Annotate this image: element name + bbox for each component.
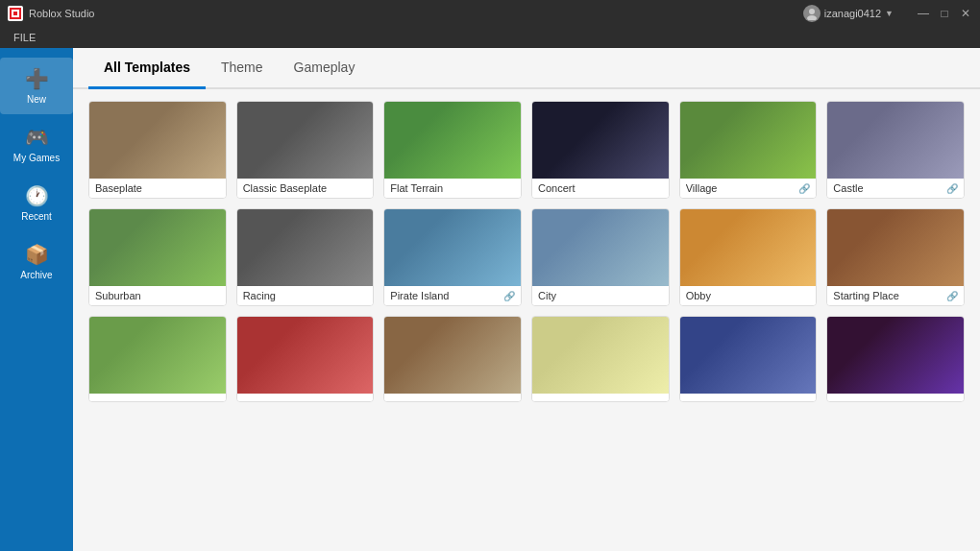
template-thumb-flat-terrain — [384, 102, 521, 179]
template-thumb-obby — [680, 209, 817, 286]
template-name-village: Village — [686, 182, 718, 194]
tab-gameplay[interactable]: Gameplay — [279, 48, 371, 89]
sidebar-item-my-games[interactable]: 🎮 My Games — [0, 116, 73, 173]
template-name-row-flat-terrain: Flat Terrain — [384, 179, 521, 198]
template-name-row-row3d — [532, 394, 669, 401]
template-name-row-row3c — [384, 394, 521, 401]
template-thumb-starting-place — [827, 209, 964, 286]
sidebar-item-new[interactable]: ➕ New — [0, 58, 73, 114]
template-name-row-city: City — [532, 286, 669, 305]
template-card-suburban[interactable]: Suburban — [88, 208, 227, 306]
template-card-row3b[interactable] — [236, 316, 375, 402]
template-name-row-obby: Obby — [680, 286, 817, 305]
template-thumb-row3c — [384, 317, 521, 394]
template-name-classic-baseplate: Classic Baseplate — [243, 182, 327, 194]
template-card-village[interactable]: Village🔗 — [679, 101, 818, 199]
template-thumb-row3b — [237, 317, 374, 394]
template-grid: BaseplateClassic BaseplateFlat TerrainCo… — [73, 89, 980, 551]
template-name-row-pirate-island: Pirate Island🔗 — [384, 286, 521, 305]
template-card-castle[interactable]: Castle🔗 — [826, 101, 965, 199]
content-area: All Templates Theme Gameplay BaseplateCl… — [73, 48, 980, 551]
username: izanagi0412 — [824, 8, 881, 19]
template-name-row-row3f — [827, 394, 964, 401]
template-name-row-castle: Castle🔗 — [827, 179, 964, 198]
template-thumb-village — [680, 102, 817, 179]
template-name-row-village: Village🔗 — [680, 179, 817, 198]
template-name-baseplate: Baseplate — [95, 182, 142, 194]
minimize-button[interactable]: — — [917, 7, 930, 20]
template-name-row-suburban: Suburban — [89, 286, 226, 305]
template-card-row3f[interactable] — [826, 316, 965, 402]
template-thumb-suburban — [89, 209, 226, 286]
template-card-row3c[interactable] — [383, 316, 522, 402]
sidebar-item-recent[interactable]: 🕐 Recent — [0, 175, 73, 231]
close-button[interactable]: ✕ — [959, 7, 972, 20]
template-thumb-row3a — [89, 317, 226, 394]
template-link-icon-starting-place: 🔗 — [946, 291, 958, 301]
template-name-row-row3b — [237, 394, 374, 401]
sidebar-item-archive[interactable]: 📦 Archive — [0, 233, 73, 290]
tab-all-templates[interactable]: All Templates — [88, 48, 206, 89]
template-card-flat-terrain[interactable]: Flat Terrain — [383, 101, 522, 199]
sidebar-my-games-label: My Games — [13, 153, 60, 163]
menu-file[interactable]: FILE — [8, 32, 41, 43]
template-name-row-baseplate: Baseplate — [89, 179, 226, 198]
template-card-city[interactable]: City — [531, 208, 670, 306]
title-bar-controls: izanagi0412 ▼ — □ ✕ — [803, 5, 972, 22]
template-name-obby: Obby — [686, 290, 711, 301]
template-thumb-row3e — [680, 317, 817, 394]
menu-bar: FILE — [0, 27, 980, 48]
template-thumb-racing — [237, 209, 374, 286]
template-thumb-baseplate — [89, 102, 226, 179]
template-card-pirate-island[interactable]: Pirate Island🔗 — [383, 208, 522, 306]
svg-point-3 — [809, 9, 815, 14]
template-name-castle: Castle — [833, 182, 863, 194]
new-icon: ➕ — [25, 67, 49, 90]
sidebar-recent-label: Recent — [21, 211, 52, 222]
template-card-classic-baseplate[interactable]: Classic Baseplate — [236, 101, 375, 199]
template-card-row3e[interactable] — [679, 316, 818, 402]
template-thumb-pirate-island — [384, 209, 521, 286]
template-name-row-classic-baseplate: Classic Baseplate — [237, 179, 374, 198]
tab-theme[interactable]: Theme — [206, 48, 279, 89]
template-card-obby[interactable]: Obby — [679, 208, 818, 306]
template-card-concert[interactable]: Concert — [531, 101, 670, 199]
template-thumb-row3f — [827, 317, 964, 394]
maximize-button[interactable]: □ — [938, 7, 951, 20]
svg-rect-2 — [13, 12, 17, 15]
template-card-starting-place[interactable]: Starting Place🔗 — [826, 208, 965, 306]
template-name-concert: Concert — [538, 182, 576, 194]
archive-icon: 📦 — [25, 243, 49, 266]
template-link-icon-village: 🔗 — [798, 183, 810, 194]
app-title: Roblox Studio — [29, 8, 95, 19]
svg-point-4 — [807, 15, 817, 20]
sidebar: ➕ New 🎮 My Games 🕐 Recent 📦 Archive — [0, 48, 73, 551]
template-card-row3a[interactable] — [88, 316, 227, 402]
template-name-row-racing: Racing — [237, 286, 374, 305]
tab-bar: All Templates Theme Gameplay — [73, 48, 980, 89]
template-thumb-city — [532, 209, 669, 286]
sidebar-new-label: New — [27, 94, 46, 105]
template-card-baseplate[interactable]: Baseplate — [88, 101, 227, 199]
template-thumb-row3d — [532, 317, 669, 394]
template-name-row-starting-place: Starting Place🔗 — [827, 286, 964, 305]
template-thumb-castle — [827, 102, 964, 179]
user-area: izanagi0412 ▼ — [803, 5, 894, 22]
title-bar: Roblox Studio izanagi0412 ▼ — □ ✕ — [0, 0, 980, 27]
template-name-row-row3e — [680, 394, 817, 401]
my-games-icon: 🎮 — [25, 126, 49, 149]
template-card-row3d[interactable] — [531, 316, 670, 402]
template-name-row-concert: Concert — [532, 179, 669, 198]
template-link-icon-pirate-island: 🔗 — [503, 291, 515, 301]
title-bar-left: Roblox Studio — [8, 6, 95, 21]
template-name-pirate-island: Pirate Island — [390, 290, 449, 301]
roblox-logo-icon — [8, 6, 23, 21]
avatar — [803, 5, 821, 22]
template-thumb-concert — [532, 102, 669, 179]
sidebar-archive-label: Archive — [20, 270, 52, 280]
template-name-racing: Racing — [243, 290, 276, 301]
user-dropdown-icon[interactable]: ▼ — [885, 9, 894, 18]
recent-icon: 🕐 — [25, 184, 49, 207]
template-card-racing[interactable]: Racing — [236, 208, 375, 306]
template-thumb-classic-baseplate — [237, 102, 374, 179]
